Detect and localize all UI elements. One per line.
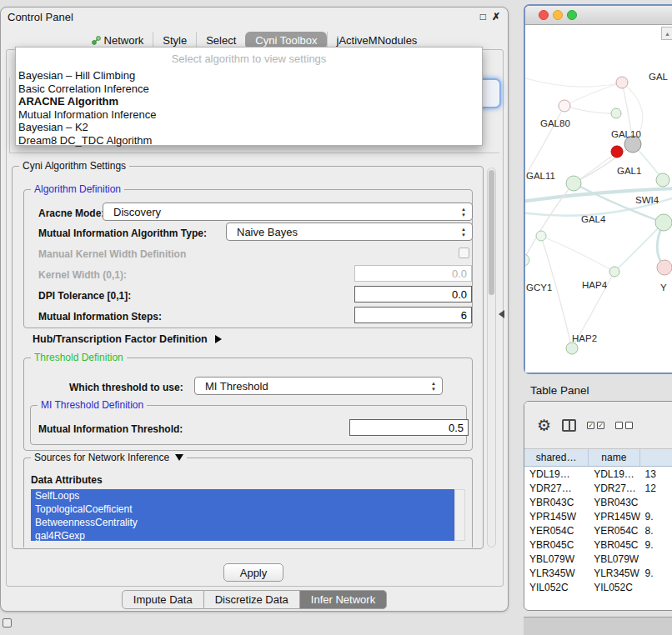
algorithm-option-bayesian-hill-climbing[interactable]: Bayesian – Hill Climbing bbox=[16, 69, 482, 82]
attribute-topologicalcoefficient[interactable]: TopologicalCoefficient bbox=[31, 502, 454, 516]
bottom-tab-discretize-data[interactable]: Discretize Data bbox=[204, 590, 300, 609]
aracne-mode-selected-value: Discovery bbox=[113, 206, 161, 218]
close-window-icon[interactable]: ✗ bbox=[492, 11, 500, 22]
apply-button[interactable]: Apply bbox=[223, 563, 283, 582]
checked-box-icon: ✓ bbox=[587, 422, 594, 429]
aracne-mode-select[interactable]: Discovery ▲▼ bbox=[103, 202, 473, 221]
algorithm-option-dream8-dc-tdc-algorithm[interactable]: Dream8 DC_TDC Algorithm bbox=[16, 134, 482, 148]
data-attributes-list[interactable]: SelfLoopsTopologicalCoefficientBetweenne… bbox=[31, 489, 454, 541]
column-header-name[interactable]: name bbox=[589, 449, 639, 466]
which-threshold-label: Which threshold to use: bbox=[69, 382, 183, 393]
threshold-type-select[interactable]: MI Threshold ▲▼ bbox=[194, 377, 443, 395]
down-arrow-icon: ▼ bbox=[461, 232, 466, 238]
table-row[interactable]: YBR043CYBR043C bbox=[524, 495, 672, 509]
algorithm-option-aracne-algorithm[interactable]: ARACNE Algorithm bbox=[16, 95, 482, 108]
collapsed-panel-icon[interactable] bbox=[3, 618, 12, 628]
network-icon bbox=[92, 36, 101, 45]
bottom-tab-infer-network[interactable]: Infer Network bbox=[300, 590, 387, 609]
mi-algorithm-type-selected-value: Naive Bayes bbox=[237, 226, 298, 238]
dpi-tolerance-input[interactable] bbox=[354, 286, 472, 302]
table-cell: YBR045C bbox=[524, 539, 589, 551]
network-node[interactable] bbox=[566, 176, 581, 191]
kernel-width-label: Kernel Width (0,1): bbox=[38, 269, 127, 281]
settings-gear-icon[interactable]: ⚙ bbox=[537, 418, 551, 433]
network-window-titlebar[interactable] bbox=[525, 6, 672, 25]
network-node[interactable] bbox=[559, 100, 570, 112]
kernel-width-input[interactable] bbox=[354, 265, 472, 282]
table-row[interactable]: YPR145WYPR145W9. bbox=[524, 509, 672, 523]
close-button[interactable] bbox=[539, 10, 549, 20]
network-node-label: GAL80 bbox=[540, 118, 570, 128]
algorithm-option-basic-correlation-inference[interactable]: Basic Correlation Inference bbox=[16, 82, 482, 96]
network-node[interactable] bbox=[609, 267, 619, 277]
settings-scrollbar[interactable] bbox=[487, 168, 496, 548]
table-row[interactable]: YDR27…YDR27…12 bbox=[524, 481, 672, 495]
algorithm-popup-list: Bayesian – Hill ClimbingBasic Correlatio… bbox=[16, 69, 482, 147]
table-row[interactable]: YDL19…YDL19…13 bbox=[524, 467, 672, 481]
network-edge[interactable] bbox=[574, 152, 617, 183]
collapse-arrow-icon[interactable] bbox=[175, 454, 183, 461]
table-toolbar: ⚙ ✓ ✓ bbox=[524, 402, 672, 449]
network-node[interactable] bbox=[655, 214, 672, 231]
mi-steps-input[interactable] bbox=[354, 307, 472, 323]
table-row[interactable]: YER054CYER054C8. bbox=[524, 523, 672, 538]
columns-icon[interactable] bbox=[562, 419, 576, 432]
hub-definition-toggle[interactable]: Hub/Transcription Factor Definition bbox=[33, 333, 222, 345]
dpi-tolerance-label: DPI Tolerance [0,1]: bbox=[38, 290, 131, 302]
table-row[interactable]: YIL052CYIL052C bbox=[524, 580, 672, 594]
table-cell: YIL052C bbox=[524, 582, 589, 593]
table-cell: YER054C bbox=[589, 525, 639, 537]
network-node[interactable] bbox=[611, 146, 623, 158]
network-node[interactable] bbox=[657, 260, 672, 275]
network-node[interactable] bbox=[536, 231, 546, 241]
table-row[interactable]: YBL079WYBL079W bbox=[524, 552, 672, 566]
up-arrow-icon: ▲ bbox=[664, 31, 670, 37]
float-window-icon[interactable]: □ bbox=[480, 11, 486, 22]
network-edge[interactable] bbox=[527, 106, 564, 173]
table-cell: YIL052C bbox=[589, 582, 639, 593]
column-header-col-2[interactable] bbox=[640, 449, 672, 466]
attribute-selfloops[interactable]: SelfLoops bbox=[31, 489, 454, 502]
tab-label: jActiveMNodules bbox=[337, 34, 418, 47]
mi-algorithm-type-label: Mutual Information Algorithm Type: bbox=[38, 228, 207, 239]
network-node[interactable] bbox=[616, 77, 628, 88]
table-row[interactable]: YBR045CYBR045C9. bbox=[524, 538, 672, 552]
attribute-gal4rgexp[interactable]: gal4RGexp bbox=[31, 529, 454, 541]
desktop-background: Control Panel □ ✗ NetworkStyleSelectCyni… bbox=[0, 0, 672, 635]
threshold-type-selected-value: MI Threshold bbox=[205, 380, 268, 392]
bottom-tab-impute-data[interactable]: Impute Data bbox=[122, 590, 204, 609]
mi-threshold-input[interactable] bbox=[349, 419, 469, 436]
table-cell: 8. bbox=[640, 525, 672, 537]
zoom-button[interactable] bbox=[567, 10, 577, 20]
network-node-label: SWI4 bbox=[635, 195, 659, 205]
network-edge[interactable] bbox=[525, 77, 622, 87]
network-node[interactable] bbox=[611, 108, 621, 118]
algorithm-option-mutual-information-inference[interactable]: Mutual Information Inference bbox=[16, 108, 482, 122]
panel-collapse-arrow-icon[interactable] bbox=[499, 310, 504, 318]
column-header-shared[interactable]: shared… bbox=[524, 449, 589, 466]
minimize-button[interactable] bbox=[553, 10, 563, 20]
select-all-columns-icon[interactable]: ✓ ✓ bbox=[587, 422, 604, 429]
mi-algorithm-type-select[interactable]: Naive Bayes ▲▼ bbox=[226, 222, 473, 241]
up-arrow-icon: ▲ bbox=[461, 207, 466, 212]
up-arrow-icon: ▲ bbox=[431, 381, 436, 387]
network-node[interactable] bbox=[566, 342, 578, 354]
table-cell: YDR27… bbox=[589, 482, 639, 494]
combo-arrows-icon: ▲▼ bbox=[431, 381, 436, 392]
scrollbar-thumb[interactable] bbox=[489, 170, 494, 295]
manual-kernel-checkbox[interactable] bbox=[459, 248, 469, 258]
table-cell: YBR043C bbox=[524, 497, 589, 508]
unchecked-box-icon bbox=[625, 422, 633, 429]
control-panel-titlebar[interactable]: Control Panel □ ✗ bbox=[1, 8, 508, 28]
network-node[interactable] bbox=[525, 254, 529, 266]
network-edge[interactable] bbox=[564, 106, 616, 113]
table-row[interactable]: YLR345WYLR345W9. bbox=[524, 566, 672, 580]
attribute-betweennesscentrality[interactable]: BetweennessCentrality bbox=[31, 516, 454, 529]
network-edge[interactable] bbox=[541, 236, 614, 272]
attributes-list-scrollbar[interactable] bbox=[454, 489, 465, 541]
network-canvas[interactable]: GALGAL80GAL10GAL11GAL1SWI4GAL4GCY1HAP4YH… bbox=[525, 25, 672, 372]
network-node[interactable] bbox=[656, 173, 669, 187]
scroll-up-button[interactable]: ▲ bbox=[661, 27, 672, 40]
deselect-all-columns-icon[interactable] bbox=[615, 422, 633, 429]
algorithm-option-bayesian-k2[interactable]: Bayesian – K2 bbox=[16, 121, 482, 134]
